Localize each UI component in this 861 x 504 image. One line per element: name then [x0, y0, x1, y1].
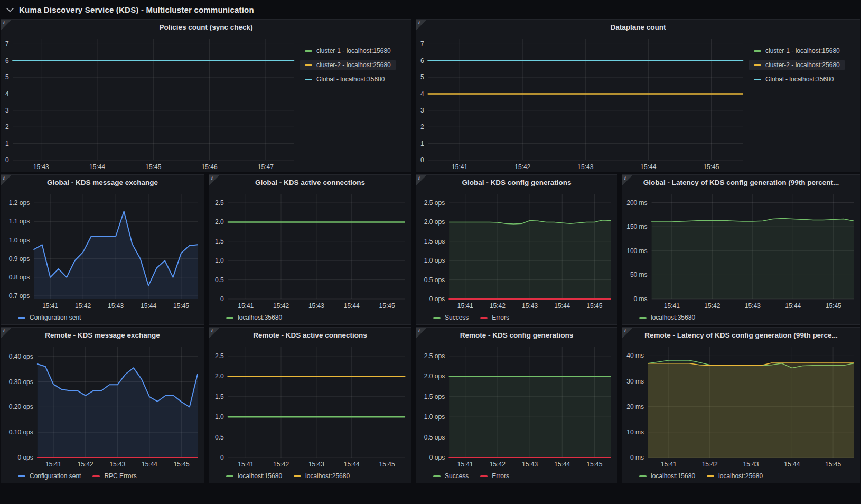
svg-text:15:41: 15:41	[45, 461, 61, 468]
legend-item[interactable]: cluster-2 - localhost:25680	[300, 60, 396, 70]
svg-text:0.5 ops: 0.5 ops	[424, 276, 445, 284]
svg-text:15:41: 15:41	[457, 461, 473, 468]
panel-title[interactable]: Remote - KDS active connections	[209, 328, 411, 342]
legend-item[interactable]: RPC Errors	[91, 472, 137, 480]
legend-item[interactable]: Configuration sent	[17, 314, 82, 321]
legend: localhost:35680	[209, 311, 411, 324]
panel-info-icon[interactable]: i	[1, 328, 12, 338]
series-color-dash-icon	[226, 475, 233, 477]
svg-text:1.0 ops: 1.0 ops	[424, 413, 445, 421]
legend-label: cluster-2 - localhost:25680	[316, 61, 391, 69]
svg-text:15:45: 15:45	[145, 163, 161, 171]
panel-info-icon[interactable]: i	[1, 20, 12, 30]
panel-info-icon[interactable]: i	[416, 175, 427, 185]
legend-item[interactable]: localhost:35680	[638, 314, 696, 321]
panel-title[interactable]: Policies count (sync check)	[1, 20, 411, 34]
info-glyph: i	[3, 328, 5, 333]
legend-label: localhost:35680	[651, 314, 695, 321]
chart-canvas: 15:4115:4215:4315:4415:452.5 ops2.0 ops1…	[416, 189, 617, 311]
legend-item[interactable]: localhost:25680	[293, 472, 351, 480]
panel-title[interactable]: Global - KDS message exchange	[1, 175, 204, 189]
svg-text:15:44: 15:44	[554, 302, 570, 310]
svg-text:15:41: 15:41	[452, 163, 467, 171]
series-color-dash-icon	[480, 475, 488, 477]
chart-remote-kds-config-generations[interactable]: 15:4115:4215:4315:4415:452.5 ops2.0 ops1…	[416, 342, 617, 469]
legend: localhost:15680localhost:25680	[209, 469, 411, 483]
legend-item[interactable]: Success	[432, 472, 470, 480]
legend-label: cluster-2 - localhost:25680	[765, 61, 840, 69]
info-glyph: i	[624, 328, 626, 333]
legend-item[interactable]: Global - localhost:35680	[749, 74, 838, 85]
legend-item[interactable]: cluster-1 - localhost:15680	[300, 45, 396, 56]
chart-policies-count-sync-check[interactable]: 15:4315:4415:4515:4615:4776543210	[1, 34, 300, 172]
panel-info-icon[interactable]: i	[1, 175, 12, 185]
row-title: Kuma Discovery Service (KDS) - Multiclus…	[19, 5, 254, 14]
legend-item[interactable]: localhost:15680	[225, 472, 283, 480]
panel-remote-kds-active-connections: iRemote - KDS active connections15:4115:…	[209, 327, 411, 483]
panel-title[interactable]: Global - KDS active connections	[209, 175, 411, 189]
series-color-dash-icon	[754, 64, 761, 66]
chart-global-kds-config-generations[interactable]: 15:4115:4215:4315:4415:452.5 ops2.0 ops1…	[416, 189, 617, 311]
panel-info-icon[interactable]: i	[622, 328, 633, 338]
svg-text:15:43: 15:43	[745, 302, 761, 310]
svg-text:1.5: 1.5	[215, 238, 224, 245]
panel-title[interactable]: Remote - KDS message exchange	[1, 328, 204, 342]
panel-title[interactable]: Dataplane count	[416, 20, 860, 34]
legend-item[interactable]: Errors	[479, 472, 510, 480]
legend-item[interactable]: Global - localhost:35680	[300, 74, 389, 85]
series-color-dash-icon	[480, 317, 488, 319]
svg-text:1.5 ops: 1.5 ops	[424, 393, 445, 400]
svg-text:0 ops: 0 ops	[429, 295, 445, 303]
legend-item[interactable]: Configuration sent	[17, 472, 82, 480]
panel-info-icon[interactable]: i	[209, 328, 220, 338]
svg-text:15:45: 15:45	[379, 461, 395, 468]
chart-dataplane-count[interactable]: 15:4115:4215:4315:4415:4576543210	[416, 34, 749, 172]
svg-text:1.5 ops: 1.5 ops	[424, 238, 445, 245]
legend-item[interactable]: localhost:15680	[638, 472, 696, 480]
panel-title[interactable]: Global - Latency of KDS config generatio…	[622, 175, 860, 189]
chart-remote-kds-latency[interactable]: 15:4115:4215:4315:4415:4540 ms30 ms20 ms…	[622, 342, 860, 469]
svg-text:15:43: 15:43	[33, 163, 49, 171]
series-color-dash-icon	[305, 79, 312, 80]
info-glyph: i	[3, 175, 5, 181]
series-color-dash-icon	[754, 50, 761, 52]
panel-info-icon[interactable]: i	[416, 20, 427, 30]
svg-text:3: 3	[420, 107, 424, 114]
series-color-dash-icon	[18, 475, 25, 477]
svg-text:15:45: 15:45	[174, 461, 190, 468]
chart-global-kds-active-connections[interactable]: 15:4115:4215:4315:4415:452.52.01.51.00.5…	[209, 189, 411, 311]
legend: localhost:15680localhost:25680	[622, 469, 860, 483]
chart-canvas: 15:4115:4215:4315:4415:45200 ms150 ms100…	[622, 189, 860, 311]
svg-text:15:45: 15:45	[825, 461, 841, 468]
chart-canvas: 15:4115:4215:4315:4415:452.52.01.51.00.5…	[209, 342, 411, 469]
legend-item[interactable]: cluster-2 - localhost:25680	[749, 60, 845, 70]
chevron-down-icon	[6, 5, 14, 12]
svg-text:7: 7	[420, 40, 424, 48]
chart-remote-kds-active-connections[interactable]: 15:4115:4215:4315:4415:452.52.01.51.00.5…	[209, 342, 411, 469]
legend-item[interactable]: localhost:25680	[706, 472, 764, 480]
panel-info-icon[interactable]: i	[622, 175, 633, 185]
dashboard-row-header[interactable]: Kuma Discovery Service (KDS) - Multiclus…	[0, 0, 861, 19]
legend-label: Errors	[492, 472, 509, 480]
chart-canvas: 15:4115:4215:4315:4415:4540 ms30 ms20 ms…	[622, 342, 860, 469]
svg-text:0: 0	[5, 156, 9, 164]
svg-text:15:42: 15:42	[704, 302, 720, 310]
legend-item[interactable]: Success	[432, 314, 470, 321]
legend-item[interactable]: localhost:35680	[225, 314, 283, 321]
svg-text:0.20 ops: 0.20 ops	[9, 403, 33, 410]
panel-title[interactable]: Remote - Latency of KDS config generatio…	[622, 328, 860, 342]
svg-text:15:43: 15:43	[577, 163, 593, 171]
svg-text:0: 0	[220, 295, 224, 303]
panel-title[interactable]: Remote - KDS config generations	[416, 328, 617, 342]
chart-global-kds-message-exchange[interactable]: 15:4115:4215:4315:4415:451.2 ops1.1 ops1…	[1, 189, 204, 311]
panel-title[interactable]: Global - KDS config generations	[416, 175, 617, 189]
chart-remote-kds-message-exchange[interactable]: 15:4115:4215:4315:4415:450.40 ops0.30 op…	[1, 342, 204, 469]
legend-item[interactable]: Errors	[479, 314, 510, 321]
panel-info-icon[interactable]: i	[209, 175, 220, 185]
legend-item[interactable]: cluster-1 - localhost:15680	[749, 45, 845, 56]
info-glyph: i	[418, 20, 420, 25]
svg-text:15:44: 15:44	[785, 302, 801, 310]
chart-global-kds-latency[interactable]: 15:4115:4215:4315:4415:45200 ms150 ms100…	[622, 189, 860, 311]
panel-info-icon[interactable]: i	[416, 328, 427, 338]
svg-text:5: 5	[5, 73, 9, 81]
